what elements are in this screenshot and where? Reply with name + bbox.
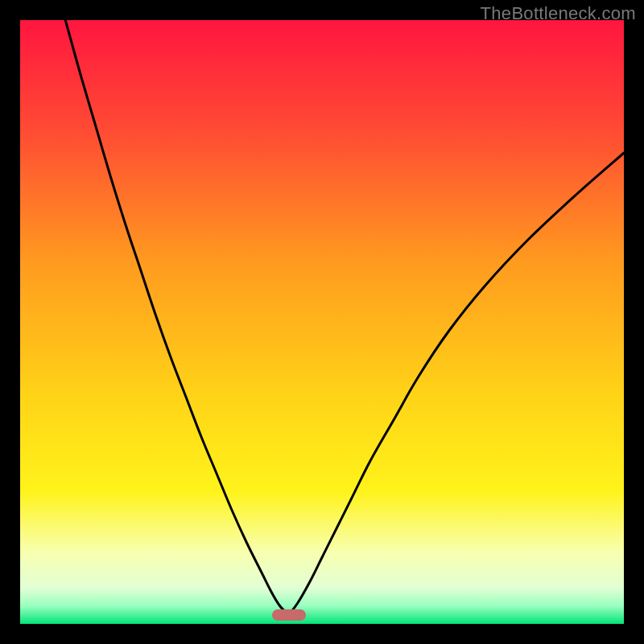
watermark-text: TheBottleneck.com: [481, 3, 636, 24]
curve-right: [289, 153, 624, 615]
bottleneck-curves: [20, 20, 624, 624]
optimal-marker: [272, 609, 306, 621]
chart-frame: TheBottleneck.com: [0, 0, 644, 644]
plot-area: [20, 20, 624, 624]
curve-left: [65, 20, 289, 615]
